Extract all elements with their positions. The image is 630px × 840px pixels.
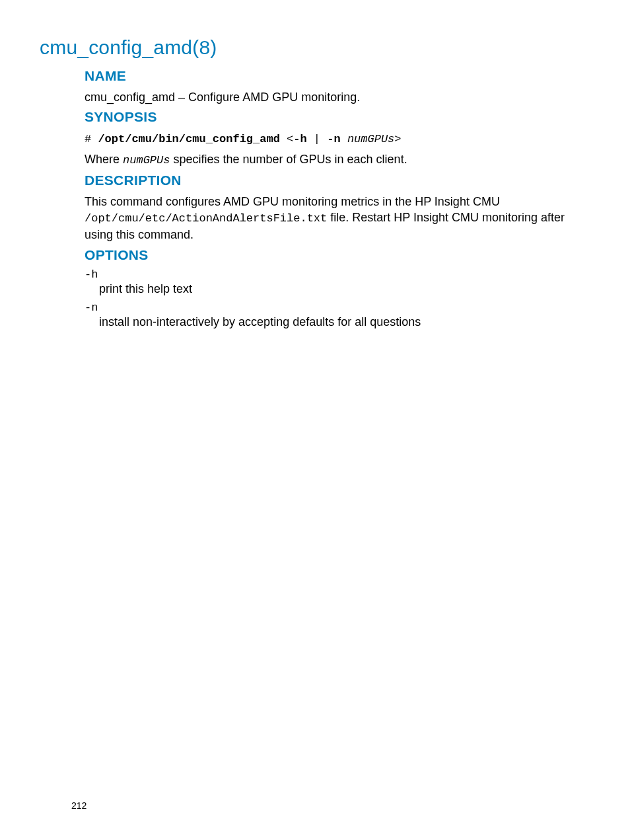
option-desc: install non-interactively by accepting d… [99,315,590,329]
heading-synopsis: SYNOPSIS [85,109,590,125]
description-text: This command configures AMD GPU monitori… [85,194,590,243]
where-post: specifies the number of GPUs in each cli… [170,153,407,166]
page-number: 212 [71,800,87,811]
man-page: cmu_config_amd(8) NAME cmu_config_amd – … [0,0,630,840]
where-pre: Where [85,153,123,166]
angle-close: > [394,133,401,145]
desc-pre: This command configures AMD GPU monitori… [85,195,500,208]
page-title: cmu_config_amd(8) [40,36,590,59]
option-flag: -n [85,301,590,314]
option-flag: -h [85,268,590,281]
synopsis-command-line: # /opt/cmu/bin/cmu_config_amd <-h | -n n… [85,130,590,147]
heading-name: NAME [85,68,590,84]
option-desc: print this help text [99,282,590,296]
flag-h: -h [293,133,306,145]
command-path: /opt/cmu/bin/cmu_config_amd [98,133,279,145]
arg-numgpus: numGPUs [347,133,394,145]
flag-n: -n [327,133,340,145]
prompt-hash: # [85,133,98,145]
synopsis-where: Where numGPUs specifies the number of GP… [85,151,590,169]
section-name: NAME cmu_config_amd – Configure AMD GPU … [85,68,590,105]
heading-options: OPTIONS [85,247,590,263]
section-description: DESCRIPTION This command configures AMD … [85,172,590,243]
section-synopsis: SYNOPSIS # /opt/cmu/bin/cmu_config_amd <… [85,109,590,169]
where-var: numGPUs [123,154,170,167]
space [341,133,347,145]
desc-path: /opt/cmu/etc/ActionAndAlertsFile.txt [85,212,327,225]
pipe-sep: | [307,133,328,145]
name-text: cmu_config_amd – Configure AMD GPU monit… [85,89,590,105]
angle-open: < [280,133,293,145]
heading-description: DESCRIPTION [85,172,590,188]
section-options: OPTIONS -h print this help text -n insta… [85,247,590,329]
